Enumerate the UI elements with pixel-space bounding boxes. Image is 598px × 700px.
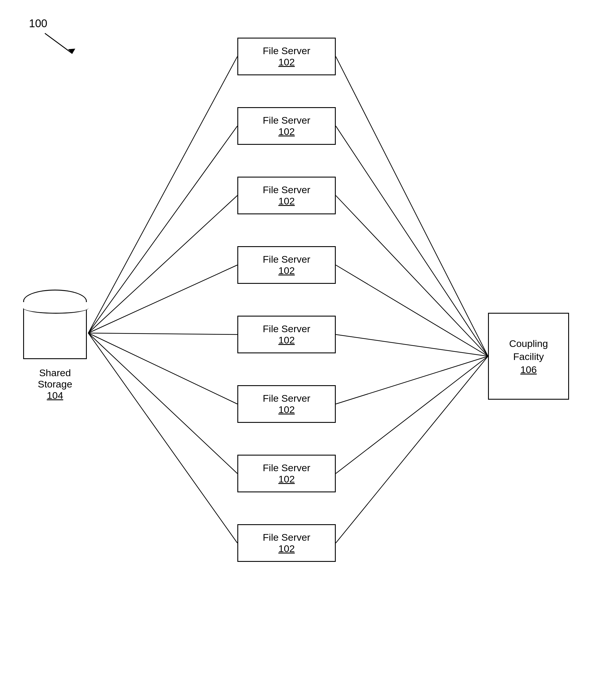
file-server-title-6: File Server [263,462,310,474]
cylinder-icon [23,290,87,365]
file-server-number-4: 102 [279,334,295,346]
svg-line-3 [336,56,488,356]
svg-line-15 [336,356,488,474]
file-server-number-6: 102 [279,474,295,485]
svg-line-2 [88,56,237,333]
svg-line-9 [336,265,488,356]
file-server-box-6: File Server 102 [237,455,336,492]
file-server-box-3: File Server 102 [237,246,336,284]
svg-line-16 [88,333,237,543]
file-server-number-7: 102 [279,543,295,554]
coupling-facility: CouplingFacility 106 [488,313,569,400]
file-server-number-0: 102 [279,56,295,68]
svg-line-12 [88,333,237,404]
file-server-number-2: 102 [279,196,295,207]
shared-storage-line2: Storage [37,378,72,390]
file-server-number-5: 102 [279,404,295,415]
file-server-box-4: File Server 102 [237,316,336,353]
file-server-box-1: File Server 102 [237,107,336,145]
svg-line-6 [88,196,237,333]
svg-line-5 [336,126,488,356]
file-server-title-3: File Server [263,254,310,265]
diagram-container: 100 File Server 102 File Server 102 File… [0,0,598,700]
shared-storage-label: Shared Storage 104 [37,367,72,401]
svg-line-10 [88,333,237,334]
svg-line-8 [88,265,237,333]
file-server-title-0: File Server [263,45,310,56]
file-server-number-1: 102 [279,126,295,137]
svg-line-17 [336,356,488,543]
shared-storage-number: 104 [37,390,72,401]
file-server-number-3: 102 [279,265,295,276]
svg-line-11 [336,334,488,356]
coupling-facility-number: 106 [520,364,537,375]
file-server-title-7: File Server [263,532,310,543]
shared-storage: Shared Storage 104 [23,290,87,401]
file-server-title-5: File Server [263,393,310,404]
file-server-box-7: File Server 102 [237,524,336,562]
coupling-facility-title: CouplingFacility [509,337,548,362]
file-server-box-0: File Server 102 [237,38,336,75]
svg-line-4 [88,126,237,333]
svg-line-14 [88,333,237,474]
svg-line-7 [336,196,488,356]
svg-line-13 [336,356,488,404]
file-server-title-1: File Server [263,115,310,126]
file-server-box-5: File Server 102 [237,385,336,423]
diagram-label-100: 100 [29,17,47,30]
svg-marker-1 [68,49,75,54]
file-server-title-4: File Server [263,323,310,334]
shared-storage-line1: Shared [37,367,72,378]
svg-line-0 [45,33,72,54]
cylinder-top-inner [23,302,88,314]
cylinder-top [23,290,87,313]
file-server-box-2: File Server 102 [237,177,336,214]
file-server-title-2: File Server [263,184,310,196]
